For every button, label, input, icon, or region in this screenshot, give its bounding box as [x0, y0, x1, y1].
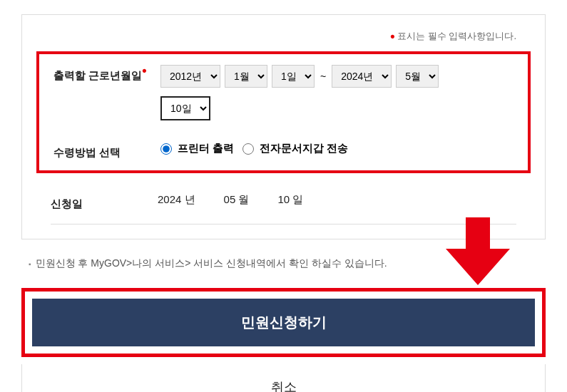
submit-button[interactable]: 민원신청하기	[32, 299, 535, 346]
required-notice: • 표시는 필수 입력사항입니다.	[51, 29, 516, 44]
highlighted-form-section: 출력할 근로년월일 • 2012년 1월 1일 ~	[36, 51, 531, 173]
cancel-section: 취소	[21, 364, 546, 392]
apply-year: 2024 년	[158, 193, 195, 207]
date-select-group: 2012년 1월 1일 ~ 2024년 5월	[160, 65, 514, 88]
date-range-content: 2012년 1월 1일 ~ 2024년 5월	[160, 65, 514, 120]
date-select-group-2: 10일	[160, 96, 514, 120]
apply-date-value: 2024 년 05 월 10 일	[158, 193, 502, 207]
cancel-button[interactable]: 취소	[22, 375, 545, 392]
required-dot-icon: •	[390, 29, 394, 43]
receive-method-row: 수령방법 선택 프린터 출력 전자문서지갑 전송	[53, 131, 514, 160]
tilde-separator: ~	[319, 71, 327, 82]
date-range-label: 출력할 근로년월일 •	[53, 65, 160, 83]
receive-method-content: 프린터 출력 전자문서지갑 전송	[160, 142, 514, 155]
start-year-select[interactable]: 2012년	[160, 65, 220, 88]
printer-radio[interactable]	[160, 143, 172, 155]
printer-radio-label: 프린터 출력	[178, 142, 234, 155]
required-notice-text: 표시는 필수 입력사항입니다.	[397, 31, 516, 41]
ewallet-radio[interactable]	[242, 143, 254, 155]
submit-section-highlight: 민원신청하기	[21, 288, 546, 357]
date-range-row: 출력할 근로년월일 • 2012년 1월 1일 ~	[53, 65, 514, 131]
info-text: 민원신청 후 MyGOV>나의 서비스> 서비스 신청내역에서 확인 하실수 있…	[36, 257, 387, 270]
receive-method-label: 수령방법 선택	[53, 142, 160, 160]
end-month-select[interactable]: 5월	[396, 65, 439, 88]
end-day-select[interactable]: 10일	[160, 96, 210, 120]
required-indicator-icon: •	[142, 63, 146, 78]
start-day-select[interactable]: 1일	[272, 65, 315, 88]
apply-date-label: 신청일	[51, 193, 158, 211]
apply-day: 10 일	[277, 193, 303, 207]
apply-month: 05 월	[224, 193, 250, 207]
down-arrow-icon	[446, 217, 510, 285]
end-year-select[interactable]: 2024년	[332, 65, 392, 88]
ewallet-radio-label: 전자문서지갑 전송	[260, 142, 348, 155]
form-container: • 표시는 필수 입력사항입니다. 출력할 근로년월일 • 2012년 1월	[21, 14, 546, 239]
start-month-select[interactable]: 1월	[225, 65, 267, 88]
